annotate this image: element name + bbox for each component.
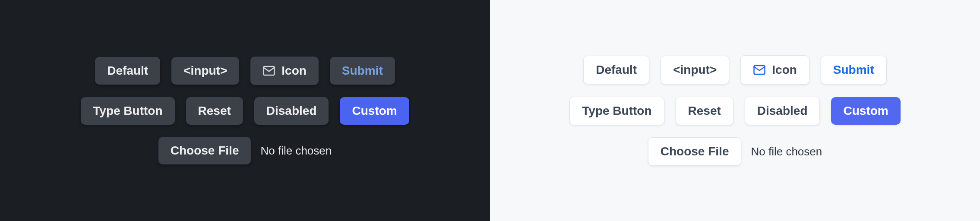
file-input-row: Choose File No file chosen: [158, 137, 332, 164]
button-label: Type Button: [582, 105, 651, 117]
button-row-1: Default <input> Icon Submit: [95, 57, 395, 85]
reset-button[interactable]: Reset: [676, 97, 733, 125]
mail-icon: [262, 64, 275, 77]
custom-button[interactable]: Custom: [831, 97, 900, 125]
file-status-label: No file chosen: [260, 144, 332, 158]
file-input-row: Choose File No file chosen: [648, 137, 822, 166]
light-theme-panel: Default <input> Icon Submit Type Button …: [490, 0, 980, 221]
button-label: Custom: [352, 105, 397, 117]
button-row-1: Default <input> Icon Submit: [583, 55, 886, 85]
submit-button[interactable]: Submit: [330, 57, 395, 85]
button-label: Default: [107, 65, 148, 77]
button-label: Choose File: [171, 145, 239, 157]
icon-button[interactable]: Icon: [740, 55, 809, 85]
button-row-2: Type Button Reset Disabled Custom: [81, 97, 409, 125]
choose-file-button[interactable]: Choose File: [648, 137, 742, 166]
disabled-button: Disabled: [254, 97, 329, 125]
button-label: Icon: [772, 64, 797, 76]
disabled-button: Disabled: [745, 97, 820, 125]
button-label: Type Button: [93, 105, 162, 117]
button-label: Reset: [688, 105, 721, 117]
button-label: Disabled: [266, 105, 317, 117]
file-status-label: No file chosen: [751, 145, 822, 158]
dark-theme-panel: Default <input> Icon Submit Type Button …: [0, 0, 490, 221]
button-label: Custom: [843, 105, 888, 117]
mail-icon: [753, 63, 766, 76]
input-button[interactable]: <input>: [171, 57, 239, 85]
icon-button[interactable]: Icon: [250, 57, 319, 85]
choose-file-button[interactable]: Choose File: [158, 137, 251, 164]
type-button[interactable]: Type Button: [81, 97, 174, 125]
button-label: Submit: [342, 65, 383, 77]
custom-button[interactable]: Custom: [340, 97, 409, 125]
button-label: Submit: [833, 64, 874, 76]
button-label: Reset: [198, 105, 231, 117]
button-label: Choose File: [661, 145, 729, 158]
button-label: <input>: [673, 64, 717, 76]
default-button[interactable]: Default: [95, 57, 160, 85]
button-row-2: Type Button Reset Disabled Custom: [569, 97, 900, 125]
input-button[interactable]: <input>: [661, 56, 729, 84]
button-label: Disabled: [757, 105, 808, 117]
reset-button[interactable]: Reset: [186, 97, 243, 125]
default-button[interactable]: Default: [583, 56, 649, 84]
submit-button[interactable]: Submit: [821, 56, 887, 84]
button-label: <input>: [183, 65, 227, 77]
button-label: Default: [596, 64, 637, 76]
type-button[interactable]: Type Button: [569, 97, 664, 125]
button-label: Icon: [281, 65, 307, 77]
